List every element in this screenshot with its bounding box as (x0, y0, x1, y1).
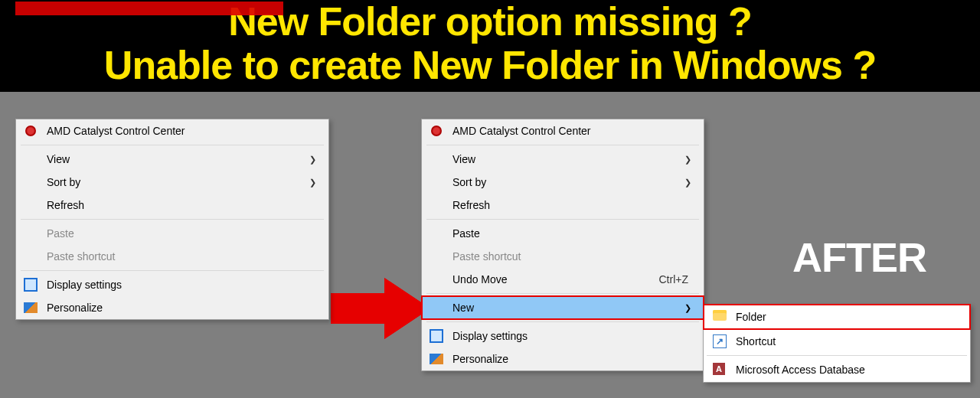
submenu-item-access-db[interactable]: Microsoft Access Database (704, 357, 970, 382)
submenu-item-label: Shortcut (736, 335, 776, 347)
menu-item-view[interactable]: View ❯ (16, 148, 328, 171)
menu-item-refresh[interactable]: Refresh (422, 194, 704, 217)
separator (21, 219, 324, 220)
menu-item-label: Refresh (452, 199, 490, 211)
banner-line-2: Unable to create New Folder in Windows ? (8, 44, 972, 87)
content-area: BEFORE AFTER AMD Catalyst Control Center… (0, 92, 980, 390)
chevron-right-icon: ❯ (684, 303, 691, 313)
menu-item-label: Personalize (452, 353, 508, 365)
access-icon (713, 363, 727, 377)
context-menu-before: AMD Catalyst Control Center View ❯ Sort … (15, 119, 329, 320)
menu-item-label: Undo Move (452, 273, 508, 285)
logo-placeholder (15, 2, 283, 15)
menu-item-label: Paste shortcut (452, 250, 521, 263)
separator (21, 145, 324, 145)
submenu-item-shortcut[interactable]: Shortcut (704, 329, 970, 354)
chevron-right-icon: ❯ (309, 155, 316, 165)
menu-item-view[interactable]: View ❯ (422, 148, 704, 171)
menu-item-undo-move[interactable]: Undo Move Ctrl+Z (422, 268, 704, 291)
personalize-icon (430, 352, 443, 366)
display-icon (430, 329, 443, 343)
menu-item-label: Sort by (47, 176, 80, 188)
arrow-icon (331, 274, 430, 346)
separator (21, 270, 324, 271)
separator (426, 219, 699, 220)
menu-item-amd[interactable]: AMD Catalyst Control Center (422, 119, 704, 142)
menu-item-label: Display settings (452, 330, 528, 342)
svg-marker-0 (331, 278, 430, 339)
amd-icon (430, 124, 443, 138)
personalize-icon (24, 301, 38, 315)
menu-item-personalize[interactable]: Personalize (422, 347, 704, 370)
keyboard-shortcut: Ctrl+Z (659, 273, 692, 285)
after-label: AFTER (792, 233, 926, 281)
separator (707, 355, 967, 356)
folder-icon (713, 310, 727, 324)
submenu-item-folder[interactable]: Folder (704, 305, 970, 329)
menu-item-label: View (452, 153, 475, 165)
menu-item-paste-shortcut: Paste shortcut (422, 245, 704, 268)
menu-item-label: AMD Catalyst Control Center (452, 125, 591, 137)
menu-item-refresh[interactable]: Refresh (16, 194, 328, 217)
menu-item-amd[interactable]: AMD Catalyst Control Center (16, 119, 328, 142)
menu-item-sortby[interactable]: Sort by ❯ (422, 171, 704, 194)
chevron-right-icon: ❯ (309, 178, 316, 188)
submenu-new: Folder Shortcut Microsoft Access Databas… (703, 304, 971, 383)
menu-item-label: Sort by (452, 176, 486, 188)
separator (426, 293, 699, 294)
menu-item-label: Paste (452, 227, 480, 240)
menu-item-new[interactable]: New ❯ (422, 296, 704, 319)
separator (426, 321, 699, 322)
amd-icon (24, 124, 38, 138)
submenu-item-label: Folder (736, 311, 766, 323)
menu-item-label: New (452, 302, 474, 314)
menu-item-label: Personalize (47, 302, 103, 314)
shortcut-icon (713, 334, 727, 348)
display-icon (24, 278, 38, 292)
menu-item-paste[interactable]: Paste (422, 222, 704, 245)
menu-item-label: Refresh (47, 199, 84, 211)
chevron-right-icon: ❯ (684, 155, 691, 165)
menu-item-label: Display settings (47, 279, 122, 291)
separator (426, 145, 699, 145)
menu-item-display-settings[interactable]: Display settings (16, 273, 328, 296)
menu-item-label: Paste shortcut (47, 250, 116, 263)
submenu-item-label: Microsoft Access Database (736, 364, 865, 376)
menu-item-label: Paste (47, 227, 74, 240)
menu-item-paste: Paste (16, 222, 328, 245)
menu-item-sortby[interactable]: Sort by ❯ (16, 171, 328, 194)
menu-item-label: View (47, 153, 70, 165)
menu-item-display-settings[interactable]: Display settings (422, 325, 704, 347)
chevron-right-icon: ❯ (684, 178, 691, 188)
menu-item-label: AMD Catalyst Control Center (47, 125, 185, 137)
menu-item-paste-shortcut: Paste shortcut (16, 245, 328, 268)
menu-item-personalize[interactable]: Personalize (16, 296, 328, 319)
context-menu-after: AMD Catalyst Control Center View ❯ Sort … (421, 119, 704, 371)
